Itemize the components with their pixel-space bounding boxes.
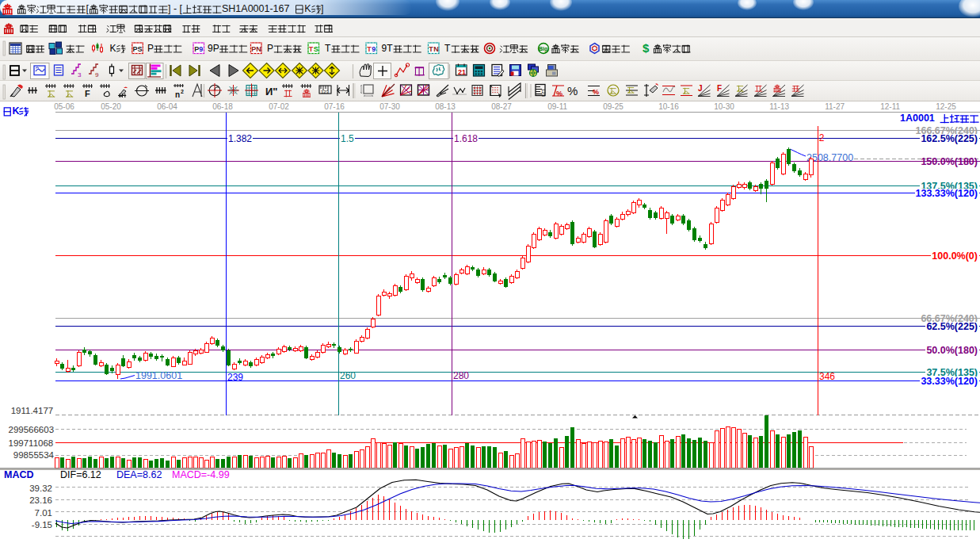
svg-text:P: P — [267, 43, 273, 54]
svg-text:T: T — [444, 43, 451, 54]
svg-text:9T: 9T — [382, 43, 394, 54]
svg-text:09-25: 09-25 — [603, 102, 623, 111]
svg-text:09-11: 09-11 — [547, 102, 567, 111]
svg-text:SH1A0001-167: SH1A0001-167 — [222, 3, 290, 14]
svg-text:K: K — [13, 105, 20, 117]
svg-text:DIF=6.12: DIF=6.12 — [60, 469, 101, 480]
svg-text:N: N — [256, 45, 261, 53]
svg-text:1.382: 1.382 — [228, 133, 252, 144]
svg-text:K: K — [304, 3, 311, 14]
svg-text:05-06: 05-06 — [54, 102, 74, 111]
svg-text:07-02: 07-02 — [269, 102, 289, 111]
svg-text:08-13: 08-13 — [435, 102, 456, 111]
svg-text:1911.4177: 1911.4177 — [11, 406, 54, 415]
svg-text:%: % — [567, 84, 578, 98]
svg-text:06-18: 06-18 — [212, 102, 233, 111]
svg-text:MACD: MACD — [4, 469, 34, 480]
svg-text:21: 21 — [458, 68, 466, 76]
svg-text:-9.15: -9.15 — [32, 520, 52, 530]
svg-text:S: S — [314, 45, 318, 53]
svg-text:7.01: 7.01 — [35, 508, 52, 518]
svg-text:1991.0601: 1991.0601 — [135, 370, 182, 381]
svg-text:12-11: 12-11 — [880, 102, 900, 111]
svg-text:07-30: 07-30 — [379, 102, 400, 111]
svg-text:50.0%(180): 50.0%(180) — [926, 345, 978, 356]
svg-text:1A0001: 1A0001 — [900, 113, 935, 124]
svg-text:$: $ — [643, 41, 650, 55]
svg-text:%: % — [556, 90, 562, 98]
svg-text:162.5%(225): 162.5%(225) — [921, 133, 978, 144]
svg-text:9: 9 — [199, 45, 203, 53]
svg-text:100.0%(0): 100.0%(0) — [932, 250, 978, 262]
svg-text:123: 123 — [541, 89, 546, 98]
svg-text:K: K — [110, 43, 116, 54]
svg-text:S: S — [138, 45, 143, 53]
svg-text:23.16: 23.16 — [29, 495, 52, 505]
svg-text:9: 9 — [95, 71, 99, 78]
svg-text:] - [: ] - [ — [168, 3, 183, 14]
svg-text:2: 2 — [819, 132, 825, 143]
svg-text:[: [ — [86, 3, 90, 14]
svg-text:12-25: 12-25 — [936, 102, 956, 111]
svg-text:N: N — [433, 45, 439, 53]
svg-text:133.33%(120): 133.33%(120) — [916, 188, 978, 199]
svg-text:T: T — [325, 43, 331, 54]
svg-text:1.618: 1.618 — [454, 133, 478, 144]
svg-text:199711068: 199711068 — [9, 438, 54, 448]
svg-text:08-27: 08-27 — [491, 102, 512, 111]
svg-text:99855534: 99855534 — [13, 450, 55, 460]
svg-text:123: 123 — [321, 90, 330, 94]
svg-text:%: % — [593, 88, 599, 96]
svg-text:T: T — [309, 45, 314, 53]
svg-text:280: 280 — [453, 370, 469, 381]
svg-text:10-30: 10-30 — [714, 102, 734, 111]
svg-text:1.5: 1.5 — [341, 133, 354, 144]
svg-text:62.5%(225): 62.5%(225) — [926, 321, 978, 332]
svg-text:260: 260 — [340, 370, 356, 381]
svg-text:DEA=8.62: DEA=8.62 — [116, 469, 162, 480]
svg-text:11-27: 11-27 — [825, 102, 845, 111]
svg-text:2508.7700: 2508.7700 — [806, 152, 853, 163]
svg-text:2: 2 — [181, 89, 184, 94]
svg-text:299566603: 299566603 — [9, 425, 55, 434]
svg-text:06-04: 06-04 — [157, 102, 177, 111]
svg-text:3: 3 — [78, 71, 82, 78]
svg-text:239: 239 — [227, 372, 243, 383]
svg-text:J: J — [698, 84, 703, 93]
svg-text:F: F — [85, 89, 90, 98]
svg-text:07-16: 07-16 — [324, 102, 345, 111]
svg-text:n: n — [175, 90, 180, 99]
svg-text:Big: Big — [539, 46, 547, 52]
svg-text:05-20: 05-20 — [101, 102, 121, 111]
svg-text:39.32: 39.32 — [29, 484, 52, 493]
svg-text:MACD=-4.99: MACD=-4.99 — [172, 469, 230, 480]
svg-text:9: 9 — [372, 45, 376, 53]
svg-text:10-16: 10-16 — [658, 102, 679, 111]
svg-text:9P: 9P — [208, 43, 219, 54]
svg-text:F: F — [717, 84, 722, 93]
svg-text:P: P — [147, 43, 154, 54]
svg-text:150.0%(180): 150.0%(180) — [921, 156, 978, 167]
svg-text:33.33%(120): 33.33%(120) — [921, 376, 978, 387]
svg-text:]: ] — [321, 3, 323, 14]
svg-text:346: 346 — [819, 371, 835, 382]
svg-text:11-13: 11-13 — [769, 102, 789, 111]
svg-text:И": И" — [265, 86, 278, 98]
